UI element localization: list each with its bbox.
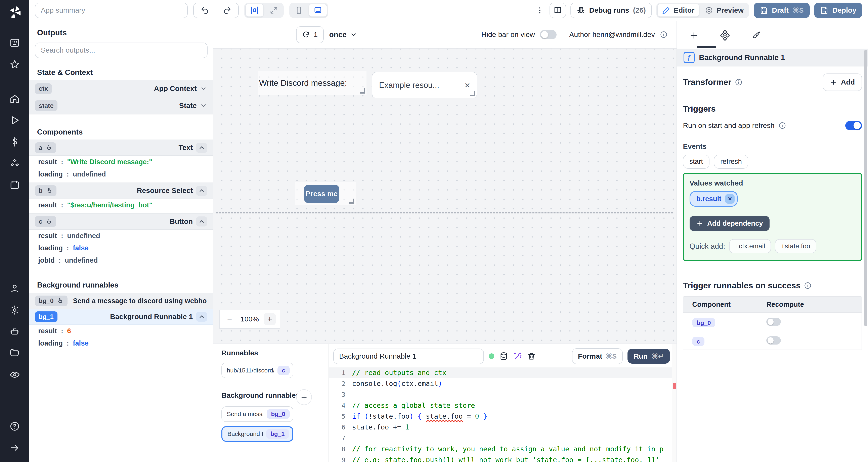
user-icon[interactable] [0, 278, 29, 299]
undo-button[interactable] [194, 3, 216, 18]
workers-robot-icon[interactable] [0, 321, 29, 342]
collapse-chevron-up-icon[interactable] [196, 217, 207, 227]
quick-add-state-foo[interactable]: +state.foo [775, 239, 816, 253]
styling-tab-brush-icon[interactable] [747, 29, 766, 40]
info-icon [778, 122, 786, 130]
search-outputs-input[interactable] [35, 42, 208, 58]
resize-handle[interactable] [470, 91, 475, 96]
resize-handle[interactable] [360, 88, 365, 93]
press-me-button[interactable]: Press me [304, 185, 339, 203]
quick-add-ctx-email[interactable]: +ctx.email [729, 239, 771, 253]
values-watched-title: Values watched [689, 179, 856, 187]
format-label: Format [578, 352, 602, 360]
component-c-header[interactable]: c Button [29, 213, 213, 230]
desktop-view-button[interactable] [309, 4, 327, 17]
bg0-row[interactable]: bg_0 Send a message to discord using web… [29, 293, 213, 309]
apps-icon[interactable] [0, 32, 29, 54]
code-line[interactable]: 9// e.g: state.foo.push(1) will not work… [329, 455, 677, 462]
text-component[interactable]: Write Discord message: [258, 71, 367, 95]
home-icon[interactable] [0, 88, 29, 109]
debug-runs-button[interactable]: Debug runs (26) [570, 3, 652, 18]
resources-cubes-icon[interactable] [0, 153, 29, 174]
component-a-header[interactable]: a Text [29, 139, 213, 156]
collapse-chevron-up-icon[interactable] [196, 186, 207, 196]
tab-preview[interactable]: Preview [701, 4, 748, 17]
run-mode-dropdown[interactable]: once [329, 30, 357, 39]
cache-database-icon[interactable] [499, 352, 508, 361]
event-start-pill[interactable]: start [683, 155, 710, 169]
component-c-badge: c [39, 218, 42, 225]
runnable-item-bg1-selected[interactable]: Background Run... bg_1 [221, 426, 293, 442]
zoom-in-button[interactable]: + [264, 313, 276, 325]
collapse-chevron-up-icon[interactable] [196, 312, 207, 322]
hide-bar-toggle[interactable] [540, 30, 557, 39]
collapse-chevron-up-icon[interactable] [196, 143, 207, 153]
background-runnables-title: Background runnables [37, 281, 213, 289]
clear-selection-icon[interactable]: × [465, 80, 470, 91]
pointer-hand-icon [45, 144, 52, 151]
button-component-cell[interactable]: Press me [295, 182, 356, 205]
code-content[interactable]: 1// read outputs and ctx2console.log(ctx… [329, 367, 677, 462]
deploy-button[interactable]: Deploy [814, 3, 863, 18]
collapse-arrow-icon[interactable] [0, 437, 29, 459]
runnable-item-bg0[interactable]: Send a message... bg_0 [221, 406, 293, 422]
app-canvas[interactable]: Write Discord message: Example resou... … [213, 48, 677, 343]
visibility-eye-icon[interactable] [0, 364, 29, 386]
format-button[interactable]: Format ⌘S [572, 349, 623, 364]
resize-handle[interactable] [349, 199, 354, 204]
windmill-logo-icon[interactable] [7, 5, 22, 20]
watched-value-chip[interactable]: b.result × [689, 191, 738, 207]
schedules-calendar-icon[interactable] [0, 174, 29, 196]
recompute-toggle[interactable] [766, 318, 781, 326]
code-line[interactable]: 4// access a global state store [329, 400, 677, 411]
add-dependency-button[interactable]: Add dependency [689, 216, 770, 231]
run-button[interactable]: Run ⌘↵ [627, 349, 670, 364]
more-menu-kebab-icon[interactable] [534, 6, 545, 14]
runnable-name-input[interactable] [333, 349, 484, 364]
delete-trash-icon[interactable] [527, 352, 536, 361]
code-line[interactable]: 5if (!state.foo) { state.foo = 0 } [329, 411, 677, 422]
code-line[interactable]: 6state.foo += 1 [329, 422, 677, 433]
variables-dollar-icon[interactable] [0, 131, 29, 153]
docs-book-button[interactable] [550, 3, 566, 18]
add-transformer-button[interactable]: Add [823, 73, 862, 91]
tab-editor[interactable]: Editor [657, 4, 699, 17]
refresh-count-button[interactable]: 1 [296, 26, 324, 43]
ai-wand-icon[interactable] [513, 352, 522, 361]
favorites-star-icon[interactable] [0, 54, 29, 75]
zoom-out-button[interactable]: − [223, 313, 236, 325]
redo-button[interactable] [216, 3, 238, 18]
outputs-title: Outputs [37, 28, 213, 37]
component-b-badge: b [39, 187, 42, 194]
bg1-row-selected[interactable]: bg_1 Background Runnable 1 [29, 309, 213, 325]
code-line[interactable]: 8// for reactivity to work, you need to … [329, 444, 677, 455]
code-line[interactable]: 7 [329, 433, 677, 443]
state-row[interactable]: state State [29, 97, 213, 114]
draft-button[interactable]: Draft ⌘S [754, 3, 810, 18]
kv-key: result [38, 158, 57, 166]
code-line[interactable]: 1// read outputs and ctx [329, 367, 677, 378]
insert-component-tab-plus-icon[interactable] [685, 29, 704, 40]
component-settings-tab-diamonds-icon[interactable] [716, 29, 735, 41]
code-line[interactable]: 2console.log(ctx.email) [329, 378, 677, 389]
ctx-row[interactable]: ctx App Context [29, 80, 213, 97]
app-summary-input[interactable] [35, 3, 188, 18]
help-icon[interactable] [0, 416, 29, 437]
settings-gear-icon[interactable] [0, 299, 29, 321]
recompute-toggle[interactable] [766, 336, 781, 344]
runs-play-icon[interactable] [0, 109, 29, 131]
run-on-start-toggle[interactable] [845, 121, 862, 130]
folders-icon[interactable] [0, 342, 29, 364]
event-refresh-pill[interactable]: refresh [714, 155, 748, 169]
mobile-view-button[interactable] [290, 4, 307, 17]
remove-dependency-icon[interactable]: × [725, 194, 735, 204]
center-layout-button[interactable] [245, 4, 264, 17]
settings-tabs [677, 21, 868, 49]
expand-layout-button[interactable] [265, 4, 283, 17]
component-b-header[interactable]: b Resource Select [29, 183, 213, 199]
panel-scrollbar[interactable] [864, 50, 868, 327]
runnable-item-c[interactable]: hub/1511/discord/se... c [221, 363, 293, 378]
code-line[interactable]: 3 [329, 389, 677, 400]
resource-select-component[interactable]: Example resou... × [372, 72, 477, 98]
add-background-runnable-button[interactable] [296, 389, 312, 405]
